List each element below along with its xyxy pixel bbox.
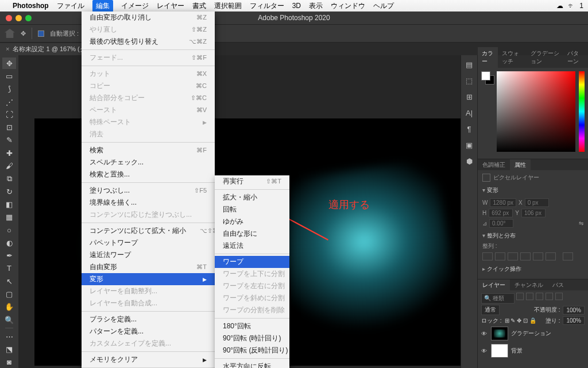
mi-find-replace[interactable]: 検索と置換... xyxy=(82,168,215,181)
history-brush-tool[interactable]: ↻ xyxy=(2,186,16,197)
mi-undo[interactable]: 自由変形の取り消し⌘Z xyxy=(82,12,215,24)
heal-tool[interactable]: ✚ xyxy=(2,147,16,159)
auto-select-checkbox[interactable] xyxy=(38,30,44,37)
wand-tool[interactable]: ⋰ xyxy=(2,96,16,108)
layer-filter-select[interactable]: 🔍 種類 xyxy=(481,293,514,304)
filter-adjust-icon[interactable] xyxy=(526,293,533,300)
tab-properties[interactable]: 属性 xyxy=(510,159,531,170)
mi-r90cw[interactable]: 90°回転 (時計回り) xyxy=(215,332,289,344)
mi-flip-h[interactable]: 水平方向に反転 xyxy=(215,361,289,368)
x-input[interactable]: 0 px xyxy=(525,198,549,207)
type-tool[interactable]: T xyxy=(2,263,16,274)
tab-adjustments[interactable]: 色調補正 xyxy=(478,159,510,170)
rail-info-icon[interactable]: ⊞ xyxy=(465,92,474,101)
gradient-tool[interactable]: ▦ xyxy=(2,212,16,223)
color-swap-icon[interactable]: ⬔ xyxy=(2,343,16,355)
marquee-tool[interactable]: ▭ xyxy=(2,70,16,82)
height-input[interactable]: 692 px xyxy=(489,209,513,217)
layer-thumb[interactable] xyxy=(491,327,508,340)
layer-thumb[interactable] xyxy=(491,344,508,358)
visibility-icon[interactable]: 👁 xyxy=(481,348,488,354)
menubar-app[interactable]: Photoshop xyxy=(13,2,49,10)
tab-patterns[interactable]: パターン xyxy=(563,47,588,68)
close-icon[interactable] xyxy=(6,15,12,21)
eraser-tool[interactable]: ◧ xyxy=(2,198,16,210)
wifi-icon[interactable]: ᯤ xyxy=(568,2,575,10)
move-tool[interactable]: ✥ xyxy=(2,57,16,69)
menubar-help[interactable]: ヘルプ xyxy=(373,1,394,11)
mi-define-brush[interactable]: ブラシを定義... xyxy=(82,313,215,325)
menubar-type[interactable]: 書式 xyxy=(192,1,206,11)
tab-swatches[interactable]: スウォッチ xyxy=(498,47,527,68)
tab-paths[interactable]: パス xyxy=(548,279,568,290)
crop-tool[interactable]: ⛶ xyxy=(2,109,16,120)
mi-rotate[interactable]: 回転 xyxy=(215,204,289,216)
mi-fill[interactable]: 塗りつぶし...⇧F5 xyxy=(82,185,215,197)
move-tool-icon[interactable]: ✥ xyxy=(21,30,26,37)
lock-icons[interactable]: ⊞ ✎ ✥ ⊡ 🔒 xyxy=(505,317,536,324)
brush-tool[interactable]: 🖌 xyxy=(2,160,16,171)
maximize-icon[interactable] xyxy=(25,15,32,21)
rail-3d-icon[interactable]: ⬢ xyxy=(465,156,474,166)
tab-color[interactable]: カラー xyxy=(478,47,498,68)
menubar-select[interactable]: 選択範囲 xyxy=(214,1,242,11)
mi-purge[interactable]: メモリをクリア▶ xyxy=(82,354,215,366)
mi-r180[interactable]: 180°回転 xyxy=(215,320,289,332)
rail-lib-icon[interactable]: ▣ xyxy=(465,140,474,150)
cloud-icon[interactable]: ☁ xyxy=(556,2,563,10)
lasso-tool[interactable]: ⟆ xyxy=(2,83,16,95)
foreground-swatch[interactable] xyxy=(481,71,490,80)
menubar-edit[interactable]: 編集 xyxy=(92,0,113,12)
menubar-filter[interactable]: フィルター xyxy=(250,1,284,11)
opacity-input[interactable]: 100% xyxy=(563,306,585,315)
blur-tool[interactable]: ○ xyxy=(2,224,16,236)
mi-cas[interactable]: コンテンツに応じて拡大・縮小⌥⇧⌘C xyxy=(82,225,215,237)
layer-row-background[interactable]: 👁背景 xyxy=(481,342,585,359)
align-section[interactable]: 整列と分布 xyxy=(482,229,583,242)
tab-gradients[interactable]: グラデーション xyxy=(527,47,563,68)
layer-row-gradation[interactable]: 👁グラデーション xyxy=(481,325,585,342)
mi-spell[interactable]: スペルチェック... xyxy=(82,156,215,168)
align-icons[interactable] xyxy=(482,250,583,263)
mi-r90ccw[interactable]: 90°回転 (反時計回り) xyxy=(215,344,289,356)
filter-type-icon[interactable] xyxy=(536,293,543,300)
mi-again[interactable]: 再実行⇧⌘T xyxy=(215,175,289,187)
path-tool[interactable]: ↖ xyxy=(2,275,16,287)
menubar-layer[interactable]: レイヤー xyxy=(157,1,184,11)
mi-skew[interactable]: ゆがみ xyxy=(215,216,289,228)
menubar-3d[interactable]: 3D xyxy=(292,2,301,10)
rail-history-icon[interactable]: ▤ xyxy=(465,60,474,69)
tab-layers[interactable]: レイヤー xyxy=(478,279,510,290)
mi-stroke[interactable]: 境界線を描く... xyxy=(82,197,215,209)
edit-toolbar[interactable]: ⋯ xyxy=(2,331,16,342)
dodge-tool[interactable]: ◐ xyxy=(2,237,16,248)
filter-pixel-icon[interactable] xyxy=(516,293,524,300)
transform-section[interactable]: 変形 xyxy=(482,184,583,197)
blend-mode-select[interactable]: 通常 xyxy=(481,305,500,315)
mi-perspective[interactable]: 遠近法 xyxy=(215,240,289,252)
visibility-icon[interactable]: 👁 xyxy=(481,331,488,337)
mi-toggle-last[interactable]: 最後の状態を切り替え⌥⌘Z xyxy=(82,36,215,48)
quick-section[interactable]: クイック操作 xyxy=(482,263,583,275)
mi-distort[interactable]: 自由な形に xyxy=(215,228,289,240)
zoom-tool[interactable]: 🔍 xyxy=(2,314,16,325)
mi-scale[interactable]: 拡大・縮小 xyxy=(215,191,289,204)
quickmask-icon[interactable]: ◙ xyxy=(2,356,16,368)
rail-char-icon[interactable]: A| xyxy=(465,108,474,117)
frame-tool[interactable]: ⊡ xyxy=(2,121,16,133)
rail-para-icon[interactable]: ¶ xyxy=(465,124,474,133)
shape-tool[interactable]: ▢ xyxy=(2,288,16,300)
menubar-image[interactable]: イメージ xyxy=(121,1,149,11)
filter-shape-icon[interactable] xyxy=(546,293,553,300)
y-input[interactable]: 106 px xyxy=(521,209,546,217)
fill-input[interactable]: 100% xyxy=(563,316,585,325)
tab-channels[interactable]: チャンネル xyxy=(510,279,548,290)
pen-tool[interactable]: ✒ xyxy=(2,250,16,261)
hue-slider[interactable] xyxy=(579,71,585,152)
filter-smart-icon[interactable] xyxy=(555,293,563,300)
color-field[interactable] xyxy=(497,71,575,152)
mi-persp-warp[interactable]: 遠近法ワープ xyxy=(82,249,215,261)
flip-h-icon[interactable]: ⇋ xyxy=(579,220,583,227)
mi-warp[interactable]: ワープ xyxy=(215,256,289,268)
mi-puppet[interactable]: パペットワープ xyxy=(82,237,215,249)
